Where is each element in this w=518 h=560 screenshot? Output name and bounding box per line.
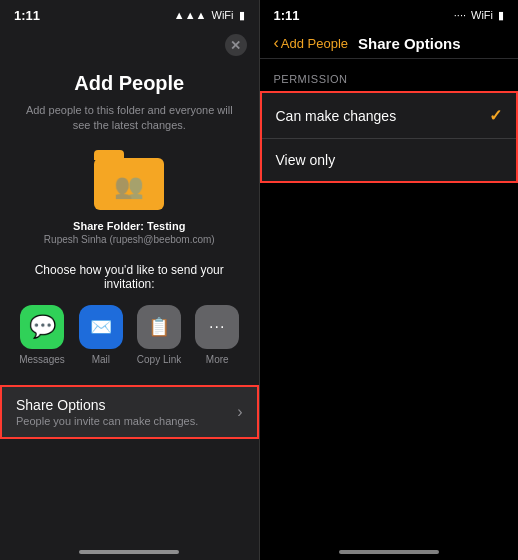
- close-icon: ✕: [230, 39, 241, 52]
- folder-owner: Rupesh Sinha (rupesh@beebom.com): [44, 234, 215, 245]
- status-icons-right: ···· WiFi ▮: [454, 9, 504, 22]
- add-people-title: Add People: [74, 72, 184, 95]
- permission-options: Can make changes ✓ View only: [260, 91, 519, 183]
- add-people-description: Add people to this folder and everyone w…: [0, 103, 259, 134]
- messages-label: Messages: [19, 354, 65, 365]
- share-buttons: 💬 Messages ✉️ Mail 📋 Copy Link ··· More: [19, 305, 239, 365]
- folder-name: Share Folder: Testing: [73, 220, 185, 232]
- status-bar-left: 1:11 ▲▲▲ WiFi ▮: [0, 0, 259, 28]
- close-button[interactable]: ✕: [225, 34, 247, 56]
- back-chevron-icon: ‹: [274, 34, 279, 52]
- more-button[interactable]: ··· More: [195, 305, 239, 365]
- mail-icon: ✉️: [79, 305, 123, 349]
- status-icons-left: ▲▲▲ WiFi ▮: [174, 9, 245, 22]
- home-indicator-left: [79, 550, 179, 554]
- choose-label: Choose how you'd like to send your invit…: [0, 263, 259, 291]
- can-make-changes-option[interactable]: Can make changes ✓: [262, 93, 517, 138]
- status-time-right: 1:11: [274, 8, 300, 23]
- left-panel: 1:11 ▲▲▲ WiFi ▮ ✕ Add People Add people …: [0, 0, 259, 560]
- dots-icon: ····: [454, 9, 466, 21]
- back-button[interactable]: ‹ Add People: [274, 34, 349, 52]
- copy-link-label: Copy Link: [137, 354, 181, 365]
- status-bar-right: 1:11 ···· WiFi ▮: [260, 0, 519, 28]
- messages-button[interactable]: 💬 Messages: [19, 305, 65, 365]
- more-label: More: [206, 354, 229, 365]
- share-options-subtitle: People you invite can make changes.: [16, 415, 198, 427]
- status-time-left: 1:11: [14, 8, 40, 23]
- nav-bar: ‹ Add People Share Options: [260, 28, 519, 59]
- checkmark-icon: ✓: [489, 106, 502, 125]
- view-only-option[interactable]: View only: [262, 138, 517, 181]
- right-panel: 1:11 ···· WiFi ▮ ‹ Add People Share Opti…: [260, 0, 519, 560]
- signal-icon: ▲▲▲: [174, 9, 207, 21]
- battery-icon-right: ▮: [498, 9, 504, 22]
- share-options-row[interactable]: Share Options People you invite can make…: [0, 385, 259, 439]
- messages-icon: 💬: [20, 305, 64, 349]
- copy-link-icon: 📋: [137, 305, 181, 349]
- can-make-changes-label: Can make changes: [276, 108, 397, 124]
- wifi-icon-right: WiFi: [471, 9, 493, 21]
- nav-title: Share Options: [358, 35, 461, 52]
- back-label: Add People: [281, 36, 348, 51]
- view-only-label: View only: [276, 152, 336, 168]
- share-options-left: Share Options People you invite can make…: [16, 397, 198, 427]
- wifi-icon: WiFi: [212, 9, 234, 21]
- mail-button[interactable]: ✉️ Mail: [79, 305, 123, 365]
- mail-label: Mail: [92, 354, 110, 365]
- battery-icon: ▮: [239, 9, 245, 22]
- folder-icon: 👥: [94, 150, 164, 210]
- folder-people-icon: 👥: [114, 172, 144, 200]
- copy-link-button[interactable]: 📋 Copy Link: [137, 305, 181, 365]
- home-indicator-right: [339, 550, 439, 554]
- permission-section-label: PERMISSION: [260, 59, 519, 91]
- chevron-right-icon: ›: [237, 403, 242, 421]
- more-icon: ···: [195, 305, 239, 349]
- share-options-title: Share Options: [16, 397, 198, 413]
